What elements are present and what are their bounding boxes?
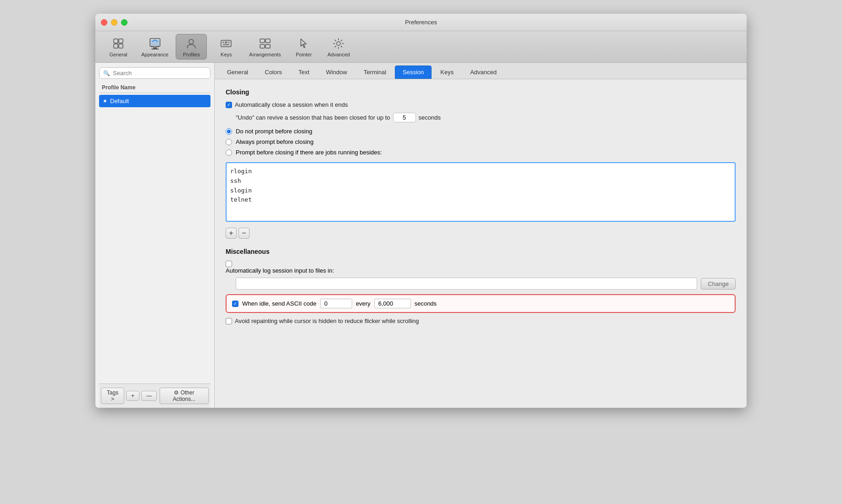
log-checkbox[interactable] [226,261,232,267]
maximize-button[interactable] [121,19,127,26]
undo-suffix: seconds [419,114,441,121]
toolbar-item-profiles[interactable]: Profiles [176,34,207,60]
radio-jobs-prompt-text: Prompt before closing if there are jobs … [236,149,382,156]
svg-rect-2 [114,44,118,48]
toolbar-item-general[interactable]: General [103,34,134,59]
other-actions-button[interactable]: ⚙ Other Actions... [160,388,209,404]
tab-window[interactable]: Window [318,66,355,79]
jobs-textarea[interactable]: rlogin ssh slogin telnet [226,162,736,222]
preferences-window: Preferences General [95,14,747,408]
svg-point-21 [337,42,340,45]
svg-rect-1 [119,39,123,43]
add-profile-button[interactable]: + [126,391,139,401]
idle-every-input[interactable] [374,299,411,308]
svg-rect-19 [260,44,265,48]
appearance-icon [148,36,162,51]
profiles-icon [184,36,199,51]
profile-name-default: Default [110,98,129,104]
idle-label: When idle, send ASCII code [242,300,316,307]
toolbar-label-advanced: Advanced [327,52,350,57]
profile-list: ★ Default [99,95,210,239]
idle-code-input[interactable] [320,299,352,308]
radio-jobs-prompt-button[interactable] [226,149,232,156]
avoid-row: Avoid repainting while cursor is hidden … [226,318,736,324]
tab-text[interactable]: Text [291,66,317,79]
search-bar[interactable]: 🔍 [99,67,210,79]
toolbar: General Appearance [95,31,747,63]
advanced-icon [331,36,346,51]
general-icon [111,36,126,51]
svg-rect-3 [119,44,123,48]
ascii-row: ✓ When idle, send ASCII code every secon… [226,294,736,313]
tabs-bar: General Colors Text Window Terminal Sess… [215,63,747,79]
tab-session[interactable]: Session [395,66,432,79]
radio-jobs-prompt[interactable]: Prompt before closing if there are jobs … [226,149,736,156]
auto-close-row: ✓ Automatically close a session when it … [226,101,736,108]
toolbar-label-pointer: Pointer [296,52,312,57]
titlebar-buttons [101,19,127,26]
misc-section: Miscellaneous Automatically log session … [226,248,736,324]
main-content: 🔍 Profile Name ★ Default Tags > + — ⚙ Ot… [95,63,747,408]
auto-close-text: Automatically close a session when it en… [235,101,348,108]
log-path-row: Change [226,278,736,290]
toolbar-item-pointer[interactable]: Pointer [288,34,319,59]
toolbar-label-profiles: Profiles [183,52,200,57]
idle-checkbox[interactable]: ✓ [232,301,238,307]
tab-general[interactable]: General [219,66,256,79]
svg-rect-20 [266,44,270,48]
log-path-input[interactable] [236,278,697,290]
auto-close-checkbox[interactable]: ✓ [226,102,232,108]
settings-body: Closing ✓ Automatically close a session … [215,79,747,408]
remove-profile-button[interactable]: — [141,391,157,401]
svg-rect-14 [228,42,230,43]
misc-section-title: Miscellaneous [226,248,736,255]
svg-rect-18 [266,39,270,43]
profile-item-default[interactable]: ★ Default [99,95,210,107]
log-label-text: Automatically log session input to files… [226,267,334,274]
titlebar: Preferences [95,14,747,31]
log-row: Automatically log session input to files… [226,261,736,274]
toolbar-item-advanced[interactable]: Advanced [323,34,354,59]
radio-group: Do not prompt before closing Always prom… [226,128,736,156]
svg-rect-0 [114,39,118,43]
pointer-icon [296,36,311,51]
svg-rect-12 [222,42,224,43]
radio-no-prompt[interactable]: Do not prompt before closing [226,128,736,135]
toolbar-item-arrangements[interactable]: Arrangements [245,34,284,59]
avoid-checkbox[interactable] [226,318,232,324]
minimize-button[interactable] [111,19,117,26]
sidebar: 🔍 Profile Name ★ Default Tags > + — ⚙ Ot… [95,63,215,408]
change-button[interactable]: Change [701,278,736,290]
sidebar-footer: Tags > + — ⚙ Other Actions... [99,383,210,408]
closing-section-title: Closing [226,88,736,96]
close-button[interactable] [101,19,107,26]
search-input[interactable] [113,70,206,77]
svg-rect-6 [151,49,159,49]
toolbar-item-appearance[interactable]: Appearance [138,34,172,59]
svg-rect-8 [157,46,159,47]
tab-advanced[interactable]: Advanced [462,66,504,79]
tab-keys[interactable]: Keys [432,66,461,79]
remove-job-button[interactable]: − [238,228,249,239]
idle-every-label: every [356,300,371,307]
undo-prefix: "Undo" can revive a session that has bee… [236,114,390,121]
radio-always-prompt-button[interactable] [226,139,232,145]
tab-terminal[interactable]: Terminal [356,66,394,79]
svg-rect-5 [153,47,157,49]
add-job-button[interactable]: + [226,228,237,239]
svg-rect-9 [150,40,160,45]
svg-rect-17 [260,39,265,43]
avoid-label-text: Avoid repainting while cursor is hidden … [235,318,419,324]
tab-colors[interactable]: Colors [257,66,290,79]
log-label[interactable]: Automatically log session input to files… [226,261,334,274]
toolbar-label-keys: Keys [221,52,232,57]
tags-button[interactable]: Tags > [101,388,124,404]
svg-point-10 [189,39,194,44]
radio-always-prompt[interactable]: Always prompt before closing [226,138,736,145]
auto-close-label[interactable]: ✓ Automatically close a session when it … [226,101,348,108]
toolbar-label-appearance: Appearance [141,52,168,57]
radio-no-prompt-button[interactable] [226,128,232,135]
toolbar-item-keys[interactable]: ⌘ Keys [210,34,242,59]
undo-seconds-input[interactable] [393,113,416,122]
search-icon: 🔍 [103,70,110,77]
